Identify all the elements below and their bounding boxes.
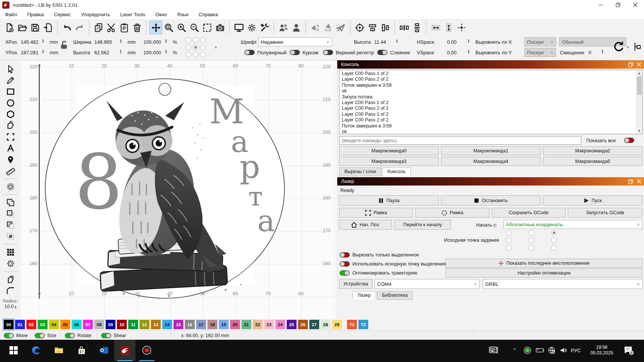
merge-toggle[interactable]: [377, 50, 387, 55]
palette-swatch-03[interactable]: 03: [38, 320, 48, 329]
align-y-dropdown[interactable]: Посере∨: [524, 48, 556, 57]
console-panel-header[interactable]: Консоль: [337, 60, 644, 69]
save-gcode-button[interactable]: Сохранить GCode: [492, 208, 566, 218]
scroll-down-icon[interactable]: ▼: [636, 128, 642, 133]
import-file-button[interactable]: [41, 21, 54, 34]
ypos-value[interactable]: 187.281: [21, 50, 38, 55]
optimize-toggle[interactable]: [340, 270, 350, 276]
minimize-button[interactable]: [592, 0, 609, 10]
lightburn-taskbar-icon[interactable]: [114, 340, 135, 361]
microsoft-store-icon[interactable]: [71, 340, 92, 361]
job-origin-radio-8[interactable]: [551, 245, 557, 251]
battery-icon[interactable]: [536, 340, 545, 361]
float-panel-icon[interactable]: [628, 179, 633, 184]
rotate-copies-icon[interactable]: [612, 40, 626, 55]
text-tool[interactable]: [3, 143, 18, 154]
scroll-thumb[interactable]: [637, 77, 641, 95]
hanging-hole[interactable]: [159, 83, 171, 95]
start-button[interactable]: Пуск: [543, 195, 642, 206]
flip-horizontal-button[interactable]: [321, 21, 334, 34]
offset-spinner[interactable]: ▴▾: [602, 49, 603, 54]
palette-swatch-18[interactable]: 18: [207, 320, 217, 329]
widgets-icon[interactable]: [489, 340, 498, 361]
tab-вырезы-слои[interactable]: Вырезы / слои: [339, 167, 381, 176]
network-globe-icon[interactable]: [548, 340, 555, 361]
console-log[interactable]: ▲ ▼ Layer C00 Pass 1 of 2Layer C00 Pass …: [339, 70, 642, 134]
show-all-toggle[interactable]: [624, 138, 634, 143]
boolean-intersect-tool[interactable]: [3, 231, 18, 242]
tab-консоль[interactable]: Консоль: [382, 167, 411, 176]
resize-height-button[interactable]: [442, 21, 455, 34]
palette-swatch-14[interactable]: 14: [162, 320, 172, 329]
palette-swatch-19[interactable]: 19: [219, 320, 229, 329]
frame-rect-button[interactable]: Рамка: [339, 208, 413, 218]
flip-vertical-button[interactable]: [309, 21, 321, 34]
kerning-icon[interactable]: [632, 41, 643, 53]
palette-swatch-16[interactable]: 16: [185, 320, 195, 329]
job-origin-radio-6[interactable]: [506, 245, 512, 251]
palette-swatch-T2[interactable]: T2: [358, 320, 368, 329]
palette-swatch-27[interactable]: 27: [309, 320, 319, 329]
anchor-radio-8[interactable]: [200, 52, 206, 57]
aspect-lock-icon[interactable]: [59, 40, 69, 52]
palette-swatch-23[interactable]: 23: [264, 320, 274, 329]
cut-button[interactable]: [105, 21, 118, 34]
pause-button[interactable]: Пауза: [339, 195, 439, 206]
font-height-spinner[interactable]: ▴▾: [396, 39, 398, 43]
job-origin-radio-5[interactable]: [551, 238, 557, 243]
hspace-spinner[interactable]: ▴▾: [468, 39, 469, 43]
monitor-button[interactable]: [232, 21, 245, 34]
align-x-dropdown[interactable]: Посере∨: [524, 37, 556, 46]
zoom-out-button[interactable]: [188, 21, 201, 34]
hspace-value[interactable]: 0.00: [447, 39, 456, 45]
font-height-value[interactable]: 11.44: [374, 39, 386, 45]
stop-button[interactable]: Остановить: [441, 195, 541, 206]
tab-лазер[interactable]: Лазер: [352, 291, 376, 300]
zoom-page-button[interactable]: [162, 21, 175, 34]
menu-item-5[interactable]: Laser Tools: [120, 12, 145, 17]
size-toggle[interactable]: Size: [35, 331, 56, 340]
camera-button[interactable]: [214, 21, 226, 34]
align-objects-h-button[interactable]: [366, 21, 379, 34]
palette-swatch-07[interactable]: 07: [83, 320, 93, 329]
palette-swatch-04[interactable]: 04: [49, 320, 59, 329]
font-dropdown[interactable]: Недавние∨: [258, 37, 332, 46]
distribute-v-button[interactable]: [410, 21, 423, 34]
height-pct-spinner[interactable]: ▴▾: [165, 49, 167, 54]
paste-button[interactable]: [118, 21, 131, 34]
palette-swatch-13[interactable]: 13: [151, 320, 161, 329]
select-frame-button[interactable]: [201, 21, 214, 34]
anchor-radio-4[interactable]: [193, 44, 198, 50]
palette-swatch-10[interactable]: 10: [117, 320, 127, 329]
polygon-tool[interactable]: [3, 109, 18, 120]
anchor-radio-0[interactable]: [186, 37, 191, 43]
macro-button-5[interactable]: Макрокоманда5: [543, 157, 642, 166]
anchor-radio-5[interactable]: [200, 44, 206, 50]
height-pct-value[interactable]: 100.000: [143, 50, 161, 55]
palette-swatch-15[interactable]: 15: [174, 320, 183, 329]
xpos-spinner[interactable]: ▴▾: [42, 39, 44, 43]
width-pct-spinner[interactable]: ▴▾: [165, 39, 167, 43]
width-value[interactable]: 148.965: [94, 39, 112, 45]
palette-swatch-25[interactable]: 25: [287, 320, 297, 329]
job-origin-radio-1[interactable]: [529, 230, 534, 236]
macro-button-2[interactable]: Макрокоманда2: [543, 146, 642, 155]
device-dropdown[interactable]: GRBL∨: [483, 279, 642, 289]
redo-button[interactable]: [73, 21, 86, 34]
tab-библиотека[interactable]: Библиотека: [377, 291, 413, 300]
draw-lines-tool[interactable]: [3, 75, 18, 86]
vspace-spinner[interactable]: ▴▾: [468, 49, 469, 54]
job-origin-radio-0[interactable]: [506, 230, 512, 236]
show-last-position-button[interactable]: Показать последнее местоположение: [446, 259, 642, 268]
boolean-difference-tool[interactable]: [3, 219, 18, 231]
overflow-arrow[interactable]: ›: [215, 44, 217, 50]
move-toggle[interactable]: Move: [4, 331, 28, 340]
palette-swatch-12[interactable]: 12: [140, 320, 149, 329]
round-corners-tool[interactable]: [3, 285, 18, 296]
palette-swatch-01[interactable]: 01: [15, 320, 25, 329]
outlook-icon[interactable]: [94, 340, 115, 361]
macro-button-1[interactable]: Макрокоманда1: [441, 146, 541, 155]
palette-swatch-05[interactable]: 05: [60, 320, 70, 329]
height-spinner[interactable]: ▴▾: [120, 49, 121, 54]
close-panel-icon[interactable]: [637, 179, 641, 184]
